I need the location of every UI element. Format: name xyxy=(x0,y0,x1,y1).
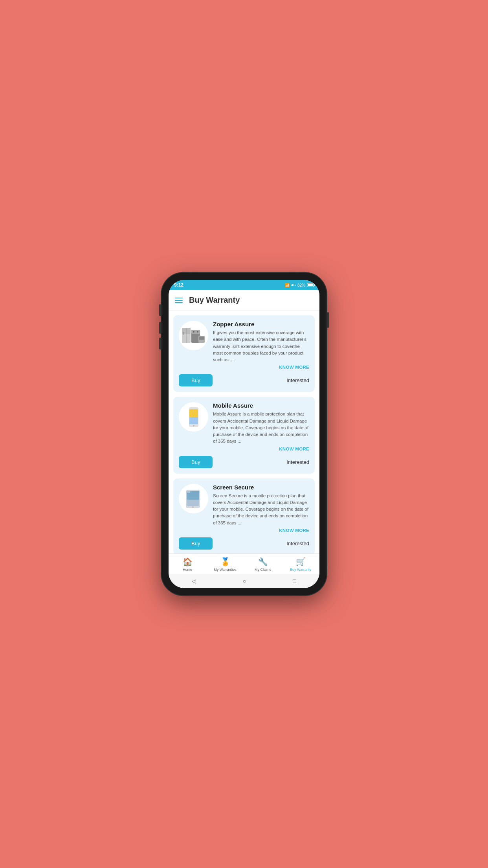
nav-label-home: Home xyxy=(183,568,192,572)
svg-point-7 xyxy=(197,331,198,333)
svg-rect-9 xyxy=(199,337,204,340)
card-image-mobile xyxy=(179,402,208,432)
card-desc-mobile: Mobile Assure is a mobile protection pla… xyxy=(213,411,309,445)
wifi-icon: 📶 xyxy=(285,283,290,287)
status-icons: 📶 4G 82% xyxy=(285,283,314,287)
interested-mobile: Interested xyxy=(286,459,309,465)
tablet-icon xyxy=(182,487,205,510)
card-top-mobile: Mobile Assure Mobile Assure is a mobile … xyxy=(179,402,309,451)
card-desc-zopper: It gives you the most extensive coverage… xyxy=(213,329,309,363)
card-info-mobile: Mobile Assure Mobile Assure is a mobile … xyxy=(213,402,309,451)
svg-point-6 xyxy=(193,331,194,333)
android-back[interactable]: ◁ xyxy=(192,578,196,584)
card-top-screen: Screen Secure Screen Secure is a mobile … xyxy=(179,484,309,533)
svg-point-13 xyxy=(193,425,194,427)
nav-label-my-claims: My Claims xyxy=(255,568,271,572)
phone-frame: 9:12 📶 4G 82% Buy Warranty xyxy=(161,273,327,595)
home-nav-icon: 🏠 xyxy=(183,557,193,566)
warranty-card-screen: Screen Secure Screen Secure is a mobile … xyxy=(173,478,315,554)
buy-warranty-nav-icon: 🛒 xyxy=(296,557,306,566)
card-title-screen: Screen Secure xyxy=(213,484,309,491)
nav-item-home[interactable]: 🏠 Home xyxy=(169,557,206,572)
card-actions-screen: Buy Interested xyxy=(179,537,309,550)
app-header: Buy Warranty xyxy=(169,290,319,311)
svg-rect-3 xyxy=(183,332,184,335)
card-info-zopper: Zopper Assure It gives you the most exte… xyxy=(213,321,309,370)
battery-percent: 82% xyxy=(297,283,305,287)
interested-zopper: Interested xyxy=(286,377,309,383)
status-time: 9:12 xyxy=(174,282,183,288)
nav-item-buy-warranty[interactable]: 🛒 Buy Warranty xyxy=(282,557,319,572)
buy-button-mobile[interactable]: Buy xyxy=(179,456,213,468)
battery-icon xyxy=(307,283,314,287)
card-image-screen xyxy=(179,484,208,513)
know-more-zopper[interactable]: KNOW MORE xyxy=(213,365,309,370)
warranties-nav-icon: 🏅 xyxy=(220,557,230,566)
main-content: Zopper Assure It gives you the most exte… xyxy=(169,311,319,554)
card-actions-mobile: Buy Interested xyxy=(179,456,309,468)
phone-screen: 9:12 📶 4G 82% Buy Warranty xyxy=(169,280,319,588)
status-bar: 9:12 📶 4G 82% xyxy=(169,280,319,290)
card-image-zopper xyxy=(179,321,208,350)
nav-label-my-warranties: My Warranties xyxy=(214,568,237,572)
svg-point-18 xyxy=(192,506,194,508)
mobile-icon xyxy=(182,405,205,429)
page-title: Buy Warranty xyxy=(189,296,240,305)
card-desc-screen: Screen Secure is a mobile protection pla… xyxy=(213,493,309,526)
card-title-mobile: Mobile Assure xyxy=(213,402,309,409)
buy-button-zopper[interactable]: Buy xyxy=(179,374,213,386)
know-more-screen[interactable]: KNOW MORE xyxy=(213,528,309,533)
nav-label-buy-warranty: Buy Warranty xyxy=(290,568,311,572)
know-more-mobile[interactable]: KNOW MORE xyxy=(213,447,309,451)
warranty-card-mobile: Mobile Assure Mobile Assure is a mobile … xyxy=(173,397,315,473)
signal-icon: 4G xyxy=(291,283,296,287)
hamburger-menu[interactable] xyxy=(175,298,183,303)
svg-rect-5 xyxy=(191,330,200,334)
android-home[interactable]: ○ xyxy=(243,578,246,584)
card-top-zopper: Zopper Assure It gives you the most exte… xyxy=(179,321,309,370)
buy-button-screen[interactable]: Buy xyxy=(179,537,213,550)
card-title-zopper: Zopper Assure xyxy=(213,321,309,327)
nav-item-my-warranties[interactable]: 🏅 My Warranties xyxy=(206,557,244,572)
android-recents[interactable]: □ xyxy=(293,578,296,584)
bottom-nav: 🏠 Home 🏅 My Warranties 🔧 My Claims 🛒 Buy… xyxy=(169,554,319,574)
claims-nav-icon: 🔧 xyxy=(258,557,268,566)
interested-screen: Interested xyxy=(286,541,309,546)
appliances-icon xyxy=(182,324,205,348)
android-nav: ◁ ○ □ xyxy=(169,574,319,588)
svg-rect-12 xyxy=(189,417,198,424)
card-info-screen: Screen Secure Screen Secure is a mobile … xyxy=(213,484,309,533)
nav-item-my-claims[interactable]: 🔧 My Claims xyxy=(244,557,282,572)
svg-rect-17 xyxy=(187,491,190,493)
warranty-card-zopper: Zopper Assure It gives you the most exte… xyxy=(173,315,315,392)
card-actions-zopper: Buy Interested xyxy=(179,374,309,386)
